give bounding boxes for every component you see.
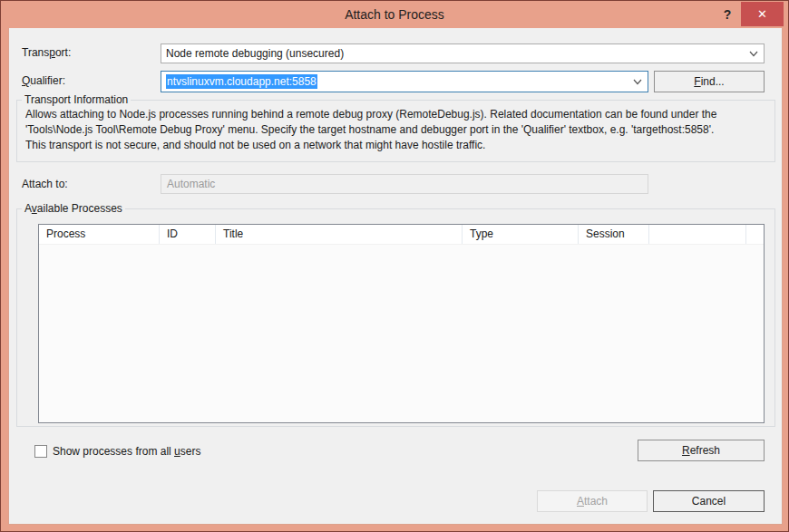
attach-to-process-dialog: Attach to Process ? ✕ Transport: Node re…: [0, 0, 789, 532]
column-header-filler: [746, 225, 764, 244]
close-icon[interactable]: ✕: [741, 2, 784, 26]
transport-information-text: Allows attaching to Node.js processes ru…: [17, 106, 774, 154]
transport-dropdown-value: Node remote debugging (unsecured): [166, 47, 344, 60]
dialog-title: Attach to Process: [1, 7, 788, 22]
help-icon[interactable]: ?: [719, 6, 735, 23]
qualifier-label: Qualifier:: [22, 74, 65, 87]
chevron-down-icon: [633, 79, 642, 85]
transport-dropdown[interactable]: Node remote debugging (unsecured): [161, 44, 765, 63]
dialog-client-area: Transport: Node remote debugging (unsecu…: [8, 28, 783, 525]
info-line: 'Tools\Node.js Tool\Remote Debug Proxy' …: [25, 122, 766, 138]
info-line: This transport is not secure, and should…: [25, 138, 766, 153]
show-all-users-checkbox[interactable]: [34, 445, 47, 458]
column-header-id[interactable]: ID: [160, 225, 216, 244]
attach-button[interactable]: Attach: [537, 490, 648, 512]
cancel-button[interactable]: Cancel: [653, 490, 765, 512]
qualifier-selected-text: ntvslinuxvm.cloudapp.net:5858: [166, 74, 317, 89]
attach-to-label: Attach to:: [22, 178, 68, 190]
process-table-header: Process ID Title Type Session: [39, 225, 764, 245]
transport-label: Transport:: [22, 46, 71, 59]
column-header-empty[interactable]: [649, 225, 746, 244]
process-table: Process ID Title Type Session: [38, 224, 765, 423]
transport-information-legend: Transport Information: [22, 93, 131, 106]
info-line: Allows attaching to Node.js processes ru…: [25, 107, 766, 122]
process-table-body[interactable]: [39, 245, 764, 422]
column-header-process[interactable]: Process: [39, 225, 160, 244]
refresh-button[interactable]: Refresh: [638, 440, 765, 461]
titlebar[interactable]: Attach to Process ? ✕: [1, 1, 788, 28]
column-header-type[interactable]: Type: [463, 225, 579, 244]
available-processes-legend: Available Processes: [22, 202, 125, 215]
qualifier-input[interactable]: ntvslinuxvm.cloudapp.net:5858: [161, 71, 648, 92]
find-button[interactable]: Find...: [654, 71, 765, 92]
column-header-session[interactable]: Session: [579, 225, 649, 244]
transport-information-group: Transport Information Allows attaching t…: [16, 93, 775, 162]
chevron-down-icon: [749, 51, 758, 57]
attach-to-field: Automatic: [161, 174, 648, 194]
show-all-users-label: Show processes from all users: [53, 445, 200, 458]
column-header-title[interactable]: Title: [216, 225, 463, 244]
